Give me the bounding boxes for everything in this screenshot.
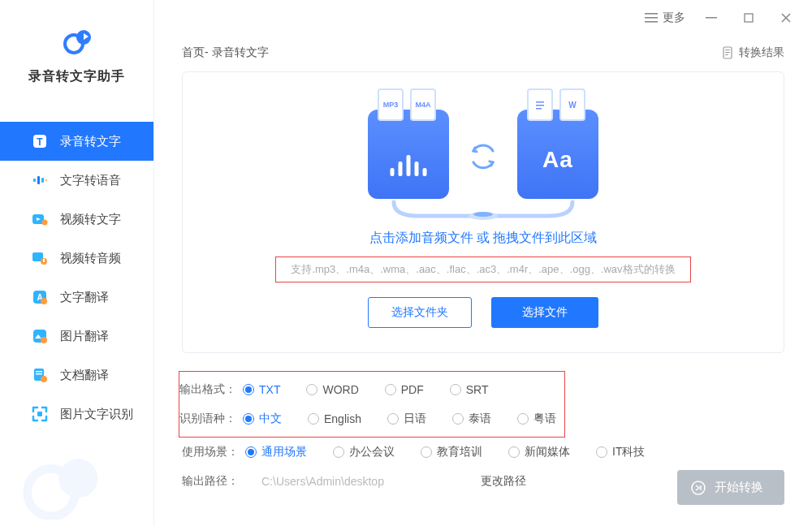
lang-option-japanese[interactable]: 日语: [387, 412, 426, 426]
sidebar-item-audio-to-text[interactable]: T 录音转文字: [0, 122, 153, 161]
svg-point-15: [41, 298, 47, 304]
sidebar-item-text-to-speech[interactable]: 文字转语音: [0, 161, 153, 200]
lang-option-thai[interactable]: 泰语: [452, 412, 491, 426]
svg-rect-28: [706, 17, 717, 19]
svg-rect-4: [33, 179, 36, 182]
output-format-row: 输出格式： TXT WORD PDF SRT: [179, 375, 556, 404]
sidebar-item-label: 图片文字识别: [60, 407, 133, 422]
convert-icon: [690, 480, 706, 496]
svg-point-24: [58, 459, 97, 498]
watermark-icon: [6, 455, 128, 520]
scene-option-meeting[interactable]: 办公会议: [333, 445, 395, 459]
mp3-badge-icon: MP3: [378, 88, 404, 121]
supported-formats: 支持.mp3、.m4a、.wma、.aac、.flac、.ac3、.m4r、.a…: [275, 257, 690, 282]
svg-rect-35: [536, 105, 544, 106]
svg-rect-26: [645, 17, 658, 19]
sidebar-item-label: 视频转文字: [60, 212, 121, 227]
sidebar-item-label: 文档翻译: [60, 368, 109, 383]
main-panel: 更多 首页- 录音转文字 转换结果 MP3 M4A: [154, 0, 812, 526]
cable-icon: [386, 196, 581, 220]
page-header: 首页- 录音转文字 转换结果: [154, 36, 812, 71]
sidebar-item-label: 录音转文字: [60, 134, 121, 149]
svg-rect-34: [536, 101, 544, 103]
close-button[interactable]: [775, 6, 797, 29]
change-path-link[interactable]: 更改路径: [481, 474, 526, 489]
lang-option-cantonese[interactable]: 粤语: [517, 412, 556, 426]
svg-rect-36: [536, 108, 542, 110]
translate-icon: A: [31, 288, 49, 306]
choose-folder-button[interactable]: 选择文件夹: [368, 297, 472, 328]
svg-point-17: [41, 337, 47, 343]
svg-text:T: T: [37, 136, 43, 148]
m4a-badge-icon: M4A: [410, 88, 436, 121]
sidebar-item-doc-translate[interactable]: 文档翻译: [0, 356, 153, 394]
swap-icon: [466, 140, 500, 174]
aa-text-icon: Aa: [542, 147, 573, 173]
results-link[interactable]: 转换结果: [721, 45, 784, 60]
document-icon: [721, 46, 734, 59]
scene-option-general[interactable]: 通用场景: [245, 445, 307, 459]
language-row: 识别语种： 中文 English 日语 泰语 粤语: [179, 404, 556, 433]
svg-rect-19: [36, 371, 42, 373]
format-option-word[interactable]: WORD: [306, 383, 358, 396]
more-menu-button[interactable]: 更多: [645, 11, 685, 25]
close-icon: [780, 12, 792, 24]
minimize-icon: [706, 12, 717, 24]
format-option-srt[interactable]: SRT: [450, 383, 489, 396]
sidebar-item-ocr[interactable]: 图片文字识别: [0, 394, 153, 433]
minimize-button[interactable]: [700, 6, 723, 29]
topbar: 更多: [154, 0, 812, 36]
logo-area: 录音转文字助手: [0, 0, 153, 97]
svg-rect-20: [36, 373, 42, 375]
doc-icon: [527, 88, 553, 121]
lang-option-chinese[interactable]: 中文: [243, 412, 282, 426]
svg-point-23: [28, 468, 76, 516]
svg-rect-32: [725, 52, 730, 53]
scene-row: 使用场景： 通用场景 办公会议 教育培训 新闻媒体 IT科技: [182, 438, 784, 467]
maximize-button[interactable]: [737, 6, 760, 29]
output-path-value: C:\Users\Admin\desktop: [261, 475, 440, 488]
breadcrumb: 首页- 录音转文字: [182, 45, 269, 60]
sidebar-item-label: 图片翻译: [60, 329, 109, 344]
svg-rect-27: [645, 21, 658, 23]
drop-area[interactable]: MP3 M4A W Aa: [182, 71, 784, 353]
svg-point-21: [41, 376, 47, 382]
scene-option-education[interactable]: 教育培训: [421, 445, 482, 459]
sidebar-item-image-translate[interactable]: 图片翻译: [0, 317, 153, 356]
text-icon: T: [31, 132, 49, 150]
format-option-pdf[interactable]: PDF: [385, 383, 424, 396]
svg-rect-29: [745, 14, 753, 22]
word-icon: W: [559, 88, 585, 121]
sidebar-item-video-to-text[interactable]: 视频转文字: [0, 200, 153, 239]
scene-option-it[interactable]: IT科技: [596, 445, 645, 459]
image-translate-icon: [31, 327, 49, 345]
nav-list: T 录音转文字 文字转语音 视频转文字 视频转音频 A 文字翻译 图片翻译: [0, 97, 153, 433]
maximize-icon: [744, 13, 754, 23]
svg-rect-7: [45, 179, 47, 181]
svg-point-9: [42, 220, 48, 226]
svg-rect-25: [645, 13, 658, 15]
lang-option-english[interactable]: English: [308, 412, 361, 425]
format-option-txt[interactable]: TXT: [243, 383, 280, 396]
start-convert-button[interactable]: 开始转换: [677, 470, 784, 505]
app-title: 录音转文字助手: [0, 68, 153, 85]
svg-rect-31: [725, 50, 730, 50]
svg-rect-6: [41, 178, 44, 183]
svg-rect-12: [43, 259, 45, 262]
svg-rect-22: [37, 412, 42, 416]
sidebar-item-video-to-audio[interactable]: 视频转音频: [0, 239, 153, 278]
svg-text:W: W: [568, 101, 577, 110]
scene-option-news[interactable]: 新闻媒体: [508, 445, 570, 459]
video-audio-icon: [31, 249, 49, 267]
svg-rect-33: [725, 54, 728, 55]
sidebar-item-label: 文字转语音: [60, 173, 121, 188]
hamburger-icon: [645, 12, 658, 24]
doc-translate-icon: [31, 366, 49, 384]
svg-point-39: [473, 212, 493, 217]
drop-hint: 点击添加音频文件 或 拖拽文件到此区域: [215, 230, 751, 247]
video-text-icon: [31, 210, 49, 228]
sidebar: 录音转文字助手 T 录音转文字 文字转语音 视频转文字 视频转音频 A 文字翻译: [0, 0, 154, 526]
choose-file-button[interactable]: 选择文件: [491, 297, 598, 328]
ocr-icon: [31, 405, 49, 423]
sidebar-item-text-translate[interactable]: A 文字翻译: [0, 278, 153, 317]
